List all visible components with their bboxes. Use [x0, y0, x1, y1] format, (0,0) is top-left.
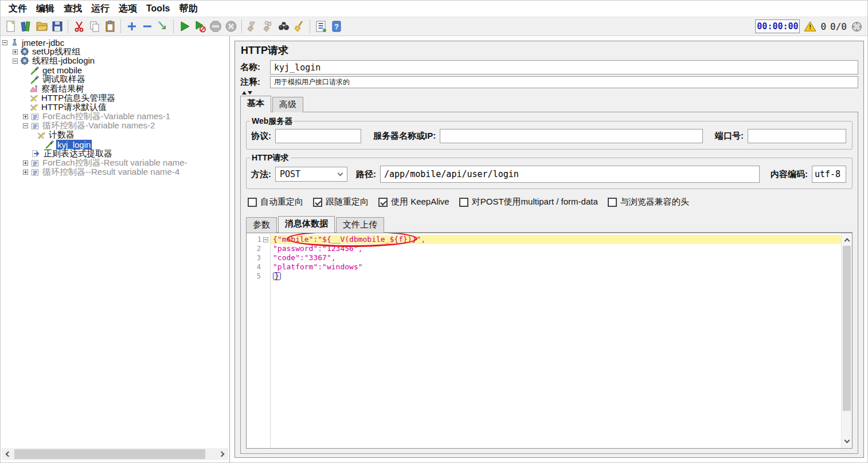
help-button[interactable]: ?	[329, 18, 344, 34]
code-line: {"mobile":"${__V(dbmobile_${f})}",	[271, 235, 841, 244]
tree-item-regex-extractor[interactable]: 正则表达式提取器	[1, 149, 229, 158]
name-input[interactable]	[270, 60, 858, 74]
sampler-icon	[30, 66, 40, 75]
tree-item-foreach-controller-1[interactable]: ForEach控制器-Variable names-1	[1, 112, 229, 121]
collapse-up-icon[interactable]	[242, 91, 247, 95]
menu-options[interactable]: 选项	[114, 2, 142, 16]
expand-toggle[interactable]	[23, 170, 28, 175]
sampler-icon	[45, 140, 54, 149]
tab-files-upload[interactable]: 文件上传	[336, 217, 384, 233]
menu-edit[interactable]: 编辑	[32, 2, 59, 16]
content-encoding-input[interactable]	[812, 166, 846, 183]
tab-parameters[interactable]: 参数	[246, 217, 277, 233]
comment-input[interactable]	[270, 76, 858, 88]
toggle-button[interactable]	[155, 18, 170, 34]
editor-vertical-scrollbar[interactable]	[841, 233, 852, 448]
protocol-label: 协议:	[251, 131, 271, 142]
search-button[interactable]	[276, 18, 291, 34]
checkbox-browser-compatible-headers[interactable]: 与浏览器兼容的头	[608, 197, 689, 207]
controller-icon	[30, 168, 40, 177]
expand-toggle[interactable]	[23, 160, 28, 166]
checkbox-multipart-post[interactable]: 对POST使用multipart / form-data	[459, 197, 598, 207]
thread-group-icon	[20, 47, 29, 56]
regex-extractor-icon	[32, 149, 41, 158]
tree-item-debug-sampler[interactable]: 调试取样器	[1, 75, 229, 84]
stop-button[interactable]	[208, 18, 223, 34]
function-helper-button[interactable]	[313, 18, 329, 34]
warning-icon[interactable]: !	[804, 21, 816, 32]
collapse-toggle[interactable]	[23, 123, 28, 128]
expand-toggle[interactable]	[13, 49, 18, 54]
tree-item-http-request-defaults[interactable]: HTTP请求默认值	[1, 103, 229, 112]
tree-item-thread-group-jdbclogin[interactable]: 线程组-jdbclogin	[1, 56, 229, 65]
tab-basic[interactable]: 基本	[240, 96, 271, 112]
save-button[interactable]	[49, 18, 65, 34]
start-icon	[178, 19, 191, 33]
basic-tab-content: Web服务器 协议: 服务器名称或IP: 端口号: HTTP请求 方法:	[240, 112, 858, 454]
menu-help[interactable]: 帮助	[174, 2, 202, 16]
tab-advanced[interactable]: 高级	[272, 97, 303, 112]
scrollbar-thumb[interactable]	[14, 449, 205, 459]
tree-item-foreach-controller-result[interactable]: ForEach控制器-Result variable name-	[1, 158, 229, 167]
expand-all-button[interactable]	[124, 18, 139, 34]
splitter-one-touch-buttons[interactable]	[240, 90, 858, 95]
expand-down-icon[interactable]	[248, 91, 252, 95]
shutdown-button[interactable]	[223, 18, 238, 34]
tree-item-test-plan[interactable]: jmeter-jdbc	[1, 38, 229, 47]
search-reset-button[interactable]	[291, 18, 307, 34]
tree-item-loop-controller-2[interactable]: 循环控制器-Variable names-2	[1, 121, 229, 131]
body-data-editor[interactable]: 1 2 3 4 5 {"mobile":"${__V(dbmobile_${f}…	[246, 233, 853, 449]
web-server-legend: Web服务器	[250, 116, 294, 127]
fold-toggle-icon[interactable]	[263, 237, 268, 242]
controller-icon	[30, 159, 40, 168]
templates-button[interactable]	[18, 18, 34, 34]
method-select[interactable]: POST	[275, 167, 347, 182]
scroll-down-arrow-icon[interactable]	[842, 435, 852, 447]
checkbox-auto-redirect[interactable]: 自动重定向	[248, 197, 303, 207]
collapse-toggle[interactable]	[13, 58, 18, 64]
tree-horizontal-scrollbar[interactable]	[2, 448, 228, 460]
path-input[interactable]	[380, 166, 760, 183]
scrollbar-thumb[interactable]	[843, 246, 851, 411]
checkbox-icon	[248, 198, 257, 207]
port-input[interactable]	[748, 129, 846, 143]
cut-button[interactable]	[71, 18, 87, 34]
port-label: 端口号:	[715, 131, 744, 142]
menu-run[interactable]: 运行	[87, 2, 114, 16]
tab-body-data[interactable]: 消息体数据	[278, 216, 335, 233]
tree-item-loop-controller-result-4[interactable]: 循环控制器--Result variable name-4	[1, 168, 229, 177]
menu-search[interactable]: 查找	[59, 2, 87, 16]
editor-code-area[interactable]: {"mobile":"${__V(dbmobile_${f})}", "pass…	[271, 233, 841, 448]
panel-splitter[interactable]	[230, 36, 234, 463]
scroll-up-arrow-icon[interactable]	[842, 234, 852, 246]
checkbox-follow-redirects[interactable]: 跟随重定向	[313, 197, 369, 207]
copy-button[interactable]	[87, 18, 102, 34]
start-button[interactable]	[177, 18, 192, 34]
copy-icon	[88, 19, 101, 33]
tree-item-setup-thread-group[interactable]: setUp线程组	[1, 47, 229, 56]
jmeter-window: 文件 编辑 查找 运行 选项 Tools 帮助 ? 00:0	[0, 0, 868, 463]
tree-item-kyj-login[interactable]: kyj_login	[1, 140, 229, 149]
collapse-toggle[interactable]	[2, 40, 7, 45]
server-name-input[interactable]	[440, 129, 703, 143]
clear-button[interactable]	[245, 18, 260, 34]
new-file-button[interactable]	[3, 18, 18, 34]
clear-all-button[interactable]	[260, 18, 276, 34]
menu-file[interactable]: 文件	[4, 2, 32, 16]
tree-item-counter[interactable]: 计数器	[1, 131, 229, 140]
expand-toggle[interactable]	[23, 114, 28, 119]
content-encoding-label: 内容编码:	[771, 169, 808, 180]
tree-item-get-mobile[interactable]: get mobile	[1, 66, 229, 75]
open-file-button[interactable]	[34, 18, 49, 34]
start-no-timers-button[interactable]	[192, 18, 208, 34]
tree-item-view-results-tree[interactable]: 察看结果树	[1, 84, 229, 93]
menu-tools[interactable]: Tools	[142, 2, 174, 15]
scroll-right-arrow-icon[interactable]	[217, 448, 228, 460]
protocol-input[interactable]	[275, 129, 361, 143]
scroll-left-arrow-icon[interactable]	[2, 448, 13, 460]
paste-button[interactable]	[102, 18, 118, 34]
checkbox-use-keepalive[interactable]: 使用 KeepAlive	[378, 197, 449, 207]
collapse-all-button[interactable]	[139, 18, 155, 34]
open-folder-icon	[35, 19, 49, 33]
tree-item-http-header-manager[interactable]: HTTP信息头管理器	[1, 93, 229, 103]
